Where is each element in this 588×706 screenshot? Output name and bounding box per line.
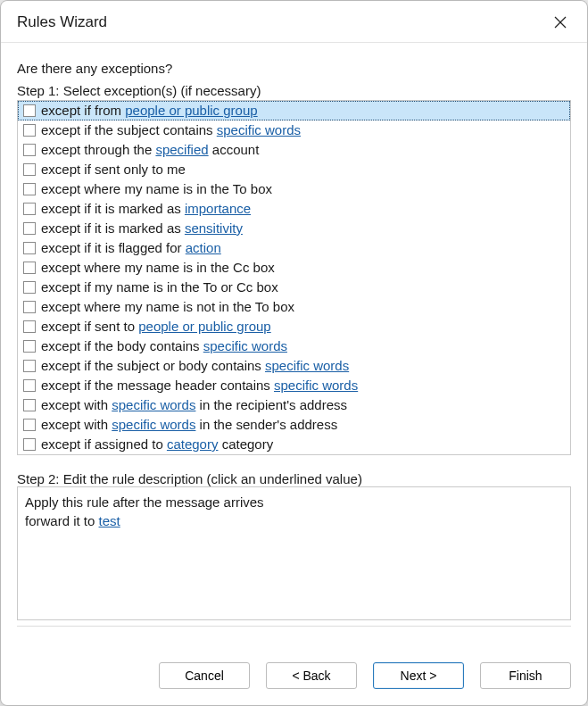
exception-label: except with specific words in the recipi… — [41, 396, 347, 414]
exception-link[interactable]: specific words — [203, 338, 287, 353]
exception-checkbox[interactable] — [23, 399, 36, 411]
exception-text: except if from — [41, 103, 125, 118]
exception-row[interactable]: except where my name is not in the To bo… — [18, 297, 570, 317]
exception-checkbox[interactable] — [23, 242, 36, 254]
exception-text: except if it is flagged for — [41, 240, 186, 255]
exception-row[interactable]: except if the message header contains sp… — [18, 376, 570, 395]
exception-link[interactable]: importance — [185, 201, 251, 216]
exception-text: except if the body contains — [41, 338, 203, 353]
exception-checkbox[interactable] — [23, 301, 36, 313]
finish-button[interactable]: Finish — [480, 662, 571, 689]
exception-checkbox[interactable] — [23, 360, 36, 372]
content-area: Are there any exceptions? Step 1: Select… — [1, 43, 587, 657]
exception-label: except through the specified account — [41, 141, 259, 159]
exception-checkbox[interactable] — [23, 183, 36, 195]
exception-row[interactable]: except where my name is in the To box — [18, 179, 570, 199]
exception-text: except if assigned to — [41, 436, 167, 452]
exceptions-listbox[interactable]: except if from people or public groupexc… — [17, 100, 571, 455]
close-button[interactable] — [546, 10, 575, 35]
exception-text: except if sent to — [41, 319, 138, 334]
exception-link[interactable]: sensitivity — [185, 220, 243, 236]
exception-checkbox[interactable] — [23, 320, 36, 333]
exception-link[interactable]: specific words — [112, 397, 195, 412]
exception-link[interactable]: people or public group — [125, 103, 257, 118]
exception-label: except with specific words in the sender… — [41, 416, 337, 434]
description-link[interactable]: test — [99, 513, 120, 528]
exception-label: except if the subject contains specific … — [41, 121, 301, 139]
exception-row[interactable]: except through the specified account — [18, 140, 570, 160]
window-title: Rules Wizard — [17, 13, 107, 31]
close-icon — [554, 16, 567, 29]
exception-label: except if the message header contains sp… — [41, 377, 358, 395]
exception-text: except if it is marked as — [41, 220, 185, 236]
exception-label: except if sent to people or public group — [41, 318, 271, 336]
rule-description-box[interactable]: Apply this rule after the message arrive… — [17, 486, 571, 620]
exception-link[interactable]: specified — [155, 142, 208, 157]
exception-label: except if my name is in the To or Cc box — [41, 278, 278, 296]
exception-label: except if the body contains specific wor… — [41, 337, 287, 355]
exception-checkbox[interactable] — [23, 419, 36, 431]
exception-label: except where my name is not in the To bo… — [41, 298, 294, 316]
exception-text: except where my name is in the To box — [41, 181, 272, 196]
exception-checkbox[interactable] — [23, 104, 36, 117]
exception-text: except if sent only to me — [41, 162, 186, 177]
exception-row[interactable]: except if the body contains specific wor… — [18, 336, 570, 356]
exception-checkbox[interactable] — [23, 144, 36, 156]
exception-row[interactable]: except if it is marked as importance — [18, 199, 570, 219]
separator — [17, 626, 571, 627]
exception-link[interactable]: specific words — [217, 122, 301, 137]
exception-label: except if it is marked as sensitivity — [41, 220, 243, 237]
exception-checkbox[interactable] — [23, 163, 36, 176]
wizard-heading: Are there any exceptions? — [17, 61, 571, 76]
exception-text: except where my name is in the Cc box — [41, 260, 275, 275]
exception-row[interactable]: except if my name is in the To or Cc box — [18, 278, 570, 297]
exception-link[interactable]: specific words — [265, 358, 349, 373]
back-button[interactable]: < Back — [266, 662, 357, 689]
step2-label: Step 2: Edit the rule description (click… — [17, 471, 571, 486]
exception-row[interactable]: except if from people or public group — [18, 101, 570, 120]
exception-label: except if it is marked as importance — [41, 200, 251, 218]
exception-row[interactable]: except if sent to people or public group — [18, 317, 570, 336]
exception-text: account — [209, 142, 260, 157]
exception-checkbox[interactable] — [23, 124, 36, 137]
exception-text: in the sender's address — [195, 417, 337, 432]
exception-text: except through the — [41, 142, 155, 157]
exception-row[interactable]: except if it is flagged for action — [18, 238, 570, 258]
exception-text: in the recipient's address — [195, 397, 347, 412]
exception-row[interactable]: except if the subject or body contains s… — [18, 356, 570, 376]
exception-text: except if the message header contains — [41, 378, 274, 393]
exception-row[interactable]: except with specific words in the sender… — [18, 415, 570, 435]
exception-link[interactable]: category — [167, 436, 219, 452]
exception-text: category — [218, 436, 273, 452]
exception-link[interactable]: specific words — [112, 417, 195, 432]
exception-row[interactable]: except if the subject contains specific … — [18, 120, 570, 140]
exception-text: except if the subject contains — [41, 122, 217, 137]
exception-link[interactable]: specific words — [274, 378, 358, 393]
exception-label: except if the subject or body contains s… — [41, 357, 349, 375]
exception-checkbox[interactable] — [23, 379, 36, 392]
exception-label: except if from people or public group — [41, 102, 258, 120]
exception-text: except if it is marked as — [41, 201, 185, 216]
exception-label: except where my name is in the Cc box — [41, 259, 275, 277]
exception-checkbox[interactable] — [23, 340, 36, 353]
exception-row[interactable]: except with specific words in the recipi… — [18, 395, 570, 415]
exception-text: except with — [41, 397, 112, 412]
exception-row[interactable]: except where my name is in the Cc box — [18, 258, 570, 278]
exception-row[interactable]: except if assigned to category category — [18, 435, 570, 454]
exception-link[interactable]: people or public group — [138, 319, 270, 334]
description-line: forward it to test — [25, 511, 563, 530]
exception-checkbox[interactable] — [23, 222, 36, 235]
exception-label: except if it is flagged for action — [41, 239, 221, 257]
exception-checkbox[interactable] — [23, 281, 36, 294]
exception-checkbox[interactable] — [23, 203, 36, 215]
next-button[interactable]: Next > — [373, 662, 464, 689]
exception-checkbox[interactable] — [23, 438, 36, 451]
cancel-button[interactable]: Cancel — [159, 662, 250, 689]
exception-row[interactable]: except if sent only to me — [18, 160, 570, 179]
exception-checkbox[interactable] — [23, 262, 36, 274]
exception-link[interactable]: action — [186, 240, 221, 255]
description-line: Apply this rule after the message arrive… — [25, 493, 563, 511]
dialog-footer: Cancel < Back Next > Finish — [1, 657, 587, 705]
exception-text: except where my name is not in the To bo… — [41, 299, 294, 314]
exception-row[interactable]: except if it is marked as sensitivity — [18, 219, 570, 238]
